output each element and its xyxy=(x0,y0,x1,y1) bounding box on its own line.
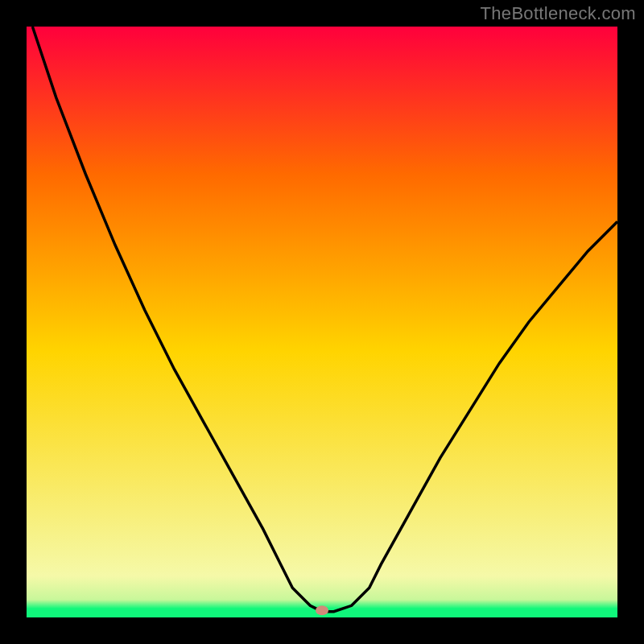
attribution-watermark: TheBottleneck.com xyxy=(481,3,636,24)
chart-frame: TheBottleneck.com xyxy=(0,0,644,644)
optimum-marker xyxy=(316,605,328,615)
bottleneck-curve-chart xyxy=(0,0,644,644)
